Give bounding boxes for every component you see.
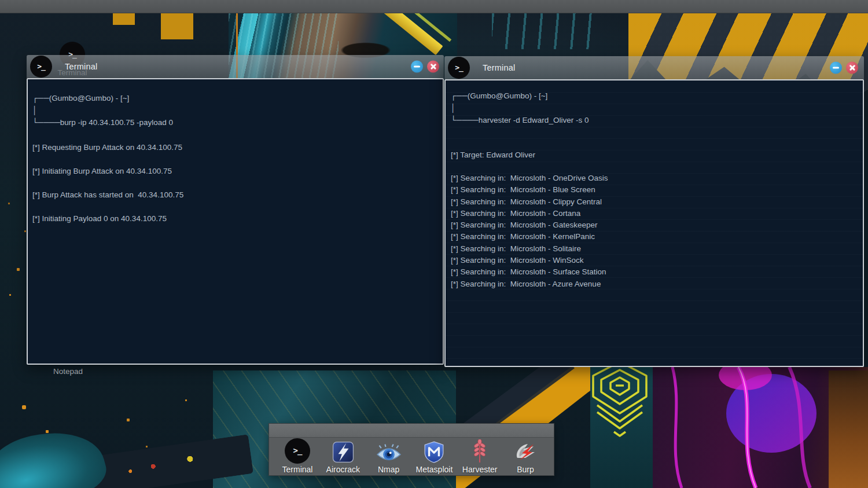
wallpaper-neon-curves — [653, 367, 868, 488]
dock-item-label: Metasploit — [415, 465, 453, 474]
terminal-window-right: >_ Terminal ┌──(Gumbo@Gumbo) - [~] │ └──… — [444, 56, 864, 367]
prompt-line: │ — [451, 102, 857, 114]
dock-item-metasploit[interactable]: Metasploit — [411, 439, 457, 474]
log-line: [*] Initiating Payload 0 on 40.34.100.75 — [32, 214, 437, 223]
target-line: [*] Target: Edward Oliver — [451, 150, 857, 160]
terminal-window-left: >_ Terminal ┌──(Gumbo@Gumbo) - [~] │ └──… — [27, 55, 444, 365]
prompt-line: └────burp -ip 40.34.100.75 -payload 0 — [32, 116, 437, 129]
dock-item-label: Nmap — [378, 465, 399, 474]
minimize-button[interactable] — [411, 61, 423, 73]
dock-top-band — [269, 424, 554, 438]
prompt-line: │ — [32, 104, 437, 116]
search-line: [*] Searching in: Microsloth - Clippy Ce… — [451, 196, 857, 208]
terminal-output[interactable]: ┌──(Gumbo@Gumbo) - [~] │ └────harvester … — [444, 79, 864, 367]
wallpaper-gold-band — [161, 13, 193, 39]
airocrack-shield-bolt-icon — [332, 439, 354, 464]
dock-item-nmap[interactable]: Nmap — [366, 439, 411, 474]
prompt-line: ┌──(Gumbo@Gumbo) - [~] — [32, 92, 437, 104]
desktop: >_ Terminal Notepad >_ Terminal ┌──(Gumb… — [0, 0, 868, 488]
top-panel — [0, 0, 868, 13]
titlebar[interactable]: >_ Terminal — [444, 56, 864, 79]
dock-item-terminal[interactable]: >_ Terminal — [275, 439, 320, 474]
search-line: [*] Searching in: Microsloth - Solitaire — [451, 243, 857, 255]
dock-item-label: Burp — [517, 465, 534, 474]
log-line: [*] Initiating Burp Attack on 40.34.100.… — [32, 166, 437, 176]
minimize-button[interactable] — [830, 62, 842, 74]
metasploit-shield-m-icon — [423, 439, 445, 464]
terminal-icon: >_ — [285, 438, 310, 464]
search-line: [*] Searching in: Microsloth - Azure Ave… — [451, 278, 857, 290]
log-line: [*] Burp Attack has started on 40.34.100… — [32, 190, 437, 200]
dock-item-burp[interactable]: Burp — [503, 439, 548, 474]
titlebar[interactable]: >_ Terminal — [27, 55, 444, 78]
wallpaper-gold-rect — [113, 13, 135, 25]
search-results: [*] Searching in: Microsloth - OneDrive … — [451, 173, 857, 290]
dock-item-label: Airocrack — [326, 465, 360, 474]
dock-item-harvester[interactable]: Harvester — [457, 439, 502, 474]
search-line: [*] Searching in: Microsloth - OneDrive … — [451, 173, 857, 184]
search-line: [*] Searching in: Microsloth - WinSock — [451, 255, 857, 266]
burp-bolt-icon — [513, 439, 538, 464]
search-line: [*] Searching in: Microsloth - Surface S… — [451, 266, 857, 278]
prompt-line: ┌──(Gumbo@Gumbo) - [~] — [451, 90, 857, 102]
dock: >_ Terminal Airocrack — [269, 423, 554, 476]
wallpaper-hair-streaks — [492, 13, 602, 49]
prompt-line: └────harvester -d Edward_Oliver -s 0 — [451, 114, 857, 126]
search-line: [*] Searching in: Microsloth - KernelPan… — [451, 231, 857, 243]
dock-item-label: Harvester — [462, 465, 498, 474]
search-line: [*] Searching in: Microsloth - Blue Scre… — [451, 184, 857, 196]
harvester-wheat-icon — [472, 439, 487, 464]
wallpaper-shield-emblem-icon — [586, 360, 654, 439]
terminal-icon: >_ — [448, 57, 470, 79]
desktop-icon-notepad-label[interactable]: Notepad — [53, 367, 83, 376]
search-line: [*] Searching in: Microsloth - Gateskeep… — [451, 219, 857, 231]
close-button[interactable] — [846, 62, 858, 74]
window-title: Terminal — [65, 55, 97, 78]
terminal-icon: >_ — [30, 56, 52, 78]
dock-item-airocrack[interactable]: Airocrack — [321, 439, 366, 474]
close-button[interactable] — [427, 61, 439, 73]
dock-item-label: Terminal — [282, 465, 313, 474]
search-line: [*] Searching in: Microsloth - Cortana — [451, 208, 857, 219]
log-line: [*] Requesting Burp Attack on 40.34.100.… — [32, 142, 437, 152]
nmap-eye-icon — [376, 439, 402, 464]
terminal-output[interactable]: ┌──(Gumbo@Gumbo) - [~] │ └────burp -ip 4… — [27, 78, 444, 365]
wallpaper-teal-glove — [0, 419, 111, 488]
window-title: Terminal — [483, 56, 515, 79]
